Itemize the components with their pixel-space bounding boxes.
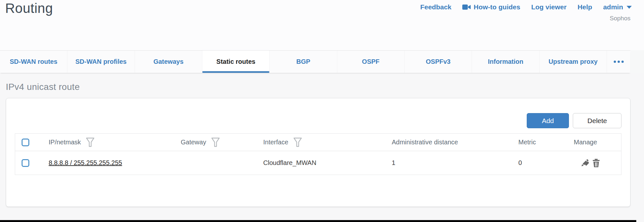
- help-link[interactable]: Help: [578, 3, 592, 11]
- feedback-link[interactable]: Feedback: [420, 3, 451, 11]
- tab-upstream-proxy[interactable]: Upstream proxy: [539, 51, 607, 73]
- routing-tabbar: SD-WAN routes SD-WAN profiles Gateways S…: [0, 50, 630, 73]
- section-heading: IPv4 unicast route: [6, 73, 630, 98]
- cell-interface: Cloudflare_MWAN: [263, 159, 392, 167]
- column-header-gateway: Gateway: [181, 138, 263, 147]
- howto-guides-link[interactable]: How-to guides: [462, 3, 520, 11]
- cell-ip-netmask: 8.8.8.8 / 255.255.255.255: [49, 159, 181, 167]
- tab-static-routes[interactable]: Static routes: [202, 51, 269, 73]
- static-routes-table: IP/netmask Gateway: [15, 133, 621, 175]
- top-navigation: Feedback How-to guides Log viewer Help a…: [420, 3, 632, 11]
- video-camera-icon: [462, 4, 471, 10]
- more-tabs-button[interactable]: [607, 51, 630, 73]
- tab-sdwan-routes[interactable]: SD-WAN routes: [0, 51, 67, 73]
- tab-gateways[interactable]: Gateways: [135, 51, 202, 73]
- page-header: Routing Feedback How-to guides Log viewe…: [0, 0, 644, 50]
- ellipsis-icon: [614, 61, 624, 63]
- route-link[interactable]: 8.8.8.8 / 255.255.255.255: [49, 159, 122, 166]
- table-header-row: IP/netmask Gateway: [15, 134, 621, 151]
- screen-bottom-edge: [0, 220, 636, 222]
- page-title: Routing: [5, 1, 53, 16]
- cell-manage: [574, 159, 621, 167]
- column-header-admin-distance: Administrative distance: [392, 139, 518, 146]
- row-checkbox-cell: [15, 159, 49, 167]
- org-label: Sophos: [610, 15, 630, 22]
- column-header-metric: Metric: [518, 139, 574, 146]
- column-header-manage: Manage: [574, 139, 621, 146]
- column-header-ip-netmask: IP/netmask: [49, 138, 181, 147]
- edit-pencil-icon[interactable]: [581, 159, 589, 167]
- row-checkbox[interactable]: [22, 159, 29, 167]
- add-button[interactable]: Add: [527, 113, 569, 128]
- header-checkbox-cell: [15, 139, 49, 146]
- admin-menu-button[interactable]: admin: [603, 3, 632, 11]
- delete-button[interactable]: Delete: [573, 113, 621, 128]
- cell-metric: 0: [518, 159, 574, 167]
- log-viewer-link[interactable]: Log viewer: [531, 3, 567, 11]
- filter-funnel-icon[interactable]: [293, 138, 302, 147]
- table-row: 8.8.8.8 / 255.255.255.255 Cloudflare_MWA…: [15, 151, 621, 175]
- select-all-checkbox[interactable]: [22, 139, 29, 146]
- content-area: IPv4 unicast route Add Delete IP/netmask: [0, 73, 644, 222]
- table-toolbar: Add Delete: [15, 98, 621, 128]
- chevron-down-icon: [627, 6, 632, 9]
- ipv4-unicast-route-panel: Add Delete IP/netmask Gateway: [6, 98, 630, 207]
- filter-funnel-icon[interactable]: [86, 138, 94, 147]
- column-header-interface: Interface: [263, 138, 392, 147]
- tab-sdwan-profiles[interactable]: SD-WAN profiles: [67, 51, 134, 73]
- tab-ospf[interactable]: OSPF: [337, 51, 404, 73]
- cell-admin-distance: 1: [392, 159, 518, 167]
- delete-trash-icon[interactable]: [592, 159, 600, 167]
- tab-information[interactable]: Information: [472, 51, 539, 73]
- tab-ospfv3[interactable]: OSPFv3: [404, 51, 472, 73]
- filter-funnel-icon[interactable]: [211, 138, 220, 147]
- tab-bgp[interactable]: BGP: [269, 51, 337, 73]
